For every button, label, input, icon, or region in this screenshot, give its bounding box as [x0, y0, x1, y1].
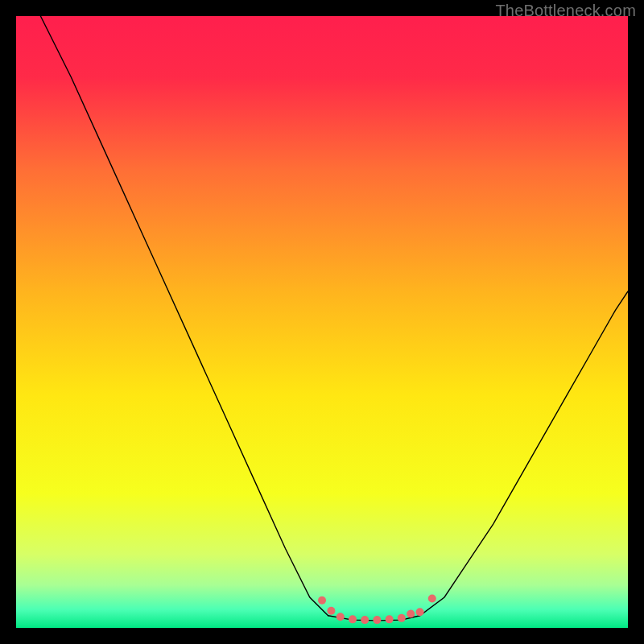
marker-point	[361, 616, 369, 624]
bottleneck-chart	[16, 16, 628, 628]
marker-point	[416, 608, 424, 616]
marker-point	[349, 615, 357, 623]
marker-point	[327, 607, 335, 615]
marker-point	[398, 614, 406, 622]
marker-point	[407, 610, 415, 618]
marker-point	[318, 597, 326, 605]
marker-point	[428, 595, 436, 603]
marker-point	[336, 613, 345, 621]
marker-point	[386, 615, 394, 623]
chart-container: TheBottleneck.com	[0, 0, 644, 644]
chart-background	[16, 16, 628, 628]
marker-point	[373, 616, 381, 624]
